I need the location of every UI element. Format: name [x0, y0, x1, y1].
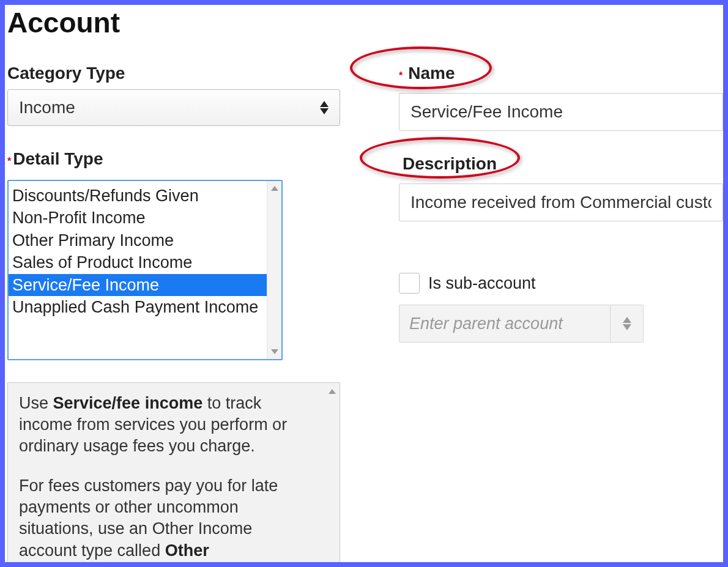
- description-input[interactable]: [399, 183, 723, 221]
- detail-type-listbox[interactable]: Discounts/Refunds GivenNon-Profit Income…: [7, 180, 283, 360]
- help-p2-prefix: For fees customers pay you for late paym…: [19, 476, 278, 559]
- parent-account-select[interactable]: Enter parent account: [399, 305, 644, 343]
- detail-type-option[interactable]: Discounts/Refunds Given: [9, 185, 267, 207]
- detail-type-option[interactable]: Unapplied Cash Payment Income: [9, 296, 267, 318]
- scroll-up-icon: [271, 186, 278, 191]
- name-input[interactable]: [399, 93, 723, 131]
- help-p1-strong: Service/fee income: [53, 394, 203, 412]
- detail-type-option[interactable]: Sales of Product Income: [9, 251, 267, 273]
- help-p2-suffix: , instead.: [195, 563, 262, 567]
- detail-type-label: Detail Type: [13, 149, 103, 169]
- category-type-select[interactable]: Income: [7, 89, 340, 126]
- required-asterisk: *: [7, 156, 11, 166]
- is-sub-account-checkbox[interactable]: [399, 273, 420, 294]
- description-label: Description: [403, 154, 497, 174]
- detail-type-option[interactable]: Service/Fee Income: [9, 274, 267, 296]
- scroll-down-icon: [271, 349, 278, 354]
- sort-icon: [320, 101, 329, 114]
- parent-account-toggle[interactable]: [610, 305, 643, 342]
- name-label: Name: [408, 64, 455, 83]
- help-p1-prefix: Use: [19, 394, 53, 412]
- required-asterisk: *: [399, 70, 403, 81]
- help-scrollbar[interactable]: [325, 383, 340, 567]
- help-panel: Use Service/fee income to track income f…: [7, 382, 340, 567]
- is-sub-account-label: Is sub-account: [428, 274, 536, 293]
- category-type-value: Income: [19, 98, 75, 117]
- sort-icon: [623, 317, 631, 330]
- page-title: Account: [7, 6, 723, 39]
- detail-type-option[interactable]: Other Primary Income: [9, 229, 267, 251]
- parent-account-placeholder: Enter parent account: [399, 314, 610, 333]
- detail-type-option[interactable]: Non-Profit Income: [9, 207, 267, 229]
- listbox-scrollbar[interactable]: [267, 181, 281, 359]
- scroll-up-icon: [329, 389, 336, 394]
- category-type-label: Category Type: [7, 64, 125, 83]
